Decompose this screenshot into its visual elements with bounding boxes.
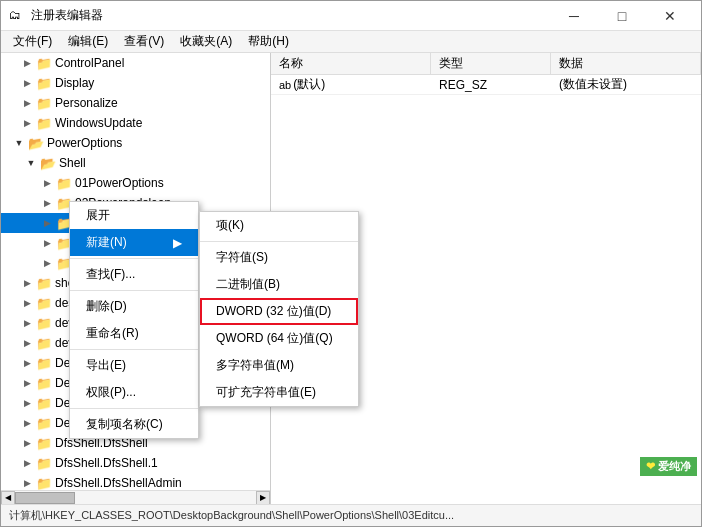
expand-arrow: ▶ <box>41 217 53 229</box>
watermark-text: ❤ 爱纯净 <box>640 457 697 476</box>
submenu-item-dword[interactable]: DWORD (32 位)值(D) <box>200 298 358 325</box>
ctx-new[interactable]: 新建(N) ▶ <box>70 229 198 256</box>
menu-favorites[interactable]: 收藏夹(A) <box>172 31 240 52</box>
registry-editor-window: 🗂 注册表编辑器 ─ □ ✕ 文件(F) 编辑(E) 查看(V) 收藏夹(A) … <box>0 0 702 527</box>
window-controls: ─ □ ✕ <box>551 1 693 31</box>
ctx-separator-3 <box>70 349 198 350</box>
tree-item-01poweroptions[interactable]: ▶ 📁 01PowerOptions <box>1 173 270 193</box>
folder-icon: 📁 <box>36 295 52 311</box>
submenu-item-multistring[interactable]: 多字符串值(M) <box>200 352 358 379</box>
folder-icon: 📁 <box>36 55 52 71</box>
ctx-export[interactable]: 导出(E) <box>70 352 198 379</box>
title-bar: 🗂 注册表编辑器 ─ □ ✕ <box>1 1 701 31</box>
tree-item-dfsshell1[interactable]: ▶ 📁 DfsShell.DfsShell.1 <box>1 453 270 473</box>
expand-arrow: ▶ <box>41 177 53 189</box>
folder-icon: 📁 <box>36 275 52 291</box>
folder-icon: 📂 <box>28 135 44 151</box>
tree-hscroll[interactable]: ◀ ▶ <box>1 490 270 504</box>
expand-arrow: ▶ <box>21 337 33 349</box>
col-header-data: 数据 <box>551 53 701 74</box>
tree-item-shell[interactable]: ▼ 📂 Shell <box>1 153 270 173</box>
ctx-new-label: 新建(N) <box>86 234 127 251</box>
expand-arrow: ▶ <box>21 357 33 369</box>
menu-help[interactable]: 帮助(H) <box>240 31 297 52</box>
maximize-button[interactable]: □ <box>599 1 645 31</box>
status-text: 计算机\HKEY_CLASSES_ROOT\DesktopBackground\… <box>9 508 454 523</box>
expand-arrow: ▶ <box>41 257 53 269</box>
expand-arrow: ▶ <box>21 97 33 109</box>
data-row-default[interactable]: ab (默认) REG_SZ (数值未设置) <box>271 75 701 95</box>
window-title: 注册表编辑器 <box>31 7 551 24</box>
scroll-left-btn[interactable]: ◀ <box>1 491 15 505</box>
menu-view[interactable]: 查看(V) <box>116 31 172 52</box>
folder-icon: 📂 <box>40 155 56 171</box>
scroll-right-btn[interactable]: ▶ <box>256 491 270 505</box>
submenu-item-string[interactable]: 字符值(S) <box>200 244 358 271</box>
tree-item-poweroptions[interactable]: ▼ 📂 PowerOptions <box>1 133 270 153</box>
ctx-expand-label: 展开 <box>86 207 110 224</box>
submenu-item-qword[interactable]: QWORD (64 位)值(Q) <box>200 325 358 352</box>
tree-item-personalize[interactable]: ▶ 📁 Personalize <box>1 93 270 113</box>
watermark-icon: ❤ <box>646 460 655 472</box>
expand-arrow: ▶ <box>21 277 33 289</box>
submenu-item-expandstring[interactable]: 可扩充字符串值(E) <box>200 379 358 406</box>
tree-item-label: Display <box>55 76 94 90</box>
ctx-delete[interactable]: 删除(D) <box>70 293 198 320</box>
menu-file[interactable]: 文件(F) <box>5 31 60 52</box>
ctx-separator-4 <box>70 408 198 409</box>
ctx-permissions-label: 权限(P)... <box>86 384 136 401</box>
folder-icon: 📁 <box>36 475 52 491</box>
tree-item-label: DfsShell.DfsShellAdmin <box>55 476 182 490</box>
minimize-button[interactable]: ─ <box>551 1 597 31</box>
folder-icon: 📁 <box>36 335 52 351</box>
data-cell-type: REG_SZ <box>431 75 551 94</box>
expand-arrow: ▶ <box>41 197 53 209</box>
ctx-expand[interactable]: 展开 <box>70 202 198 229</box>
folder-icon: 📁 <box>36 415 52 431</box>
folder-icon: 📁 <box>36 95 52 111</box>
ctx-find[interactable]: 查找(F)... <box>70 261 198 288</box>
expand-arrow: ▶ <box>21 377 33 389</box>
expand-arrow: ▶ <box>21 77 33 89</box>
ctx-new-arrow: ▶ <box>173 236 182 250</box>
folder-icon: 📁 <box>36 455 52 471</box>
context-menu: 展开 新建(N) ▶ 查找(F)... 删除(D) 重命名(R) 导出(E) <box>69 201 199 439</box>
tree-item-display[interactable]: ▶ 📁 Display <box>1 73 270 93</box>
close-button[interactable]: ✕ <box>647 1 693 31</box>
submenu-item-binary[interactable]: 二进制值(B) <box>200 271 358 298</box>
tree-item-label: WindowsUpdate <box>55 116 142 130</box>
data-cell-name: ab (默认) <box>271 75 431 94</box>
submenu-item-xiang[interactable]: 项(K) <box>200 212 358 239</box>
menu-bar: 文件(F) 编辑(E) 查看(V) 收藏夹(A) 帮助(H) <box>1 31 701 53</box>
folder-icon: 📁 <box>36 315 52 331</box>
expand-arrow: ▶ <box>21 57 33 69</box>
expand-arrow: ▶ <box>21 117 33 129</box>
tree-item-controlpanel[interactable]: ▶ 📁 ControlPanel <box>1 53 270 73</box>
submenu-separator <box>200 241 358 242</box>
main-area: ▶ 📁 ControlPanel ▶ 📁 Display ▶ 📁 Persona… <box>1 53 701 504</box>
col-header-type: 类型 <box>431 53 551 74</box>
folder-icon: 📁 <box>36 75 52 91</box>
tree-item-label: Personalize <box>55 96 118 110</box>
data-cell-data: (数值未设置) <box>551 75 701 94</box>
folder-icon: 📁 <box>36 395 52 411</box>
menu-edit[interactable]: 编辑(E) <box>60 31 116 52</box>
ctx-copy-name[interactable]: 复制项名称(C) <box>70 411 198 438</box>
watermark-label: 爱纯净 <box>658 460 691 472</box>
ctx-separator-2 <box>70 290 198 291</box>
expand-arrow: ▶ <box>21 317 33 329</box>
expand-arrow: ▶ <box>21 477 33 489</box>
tree-item-label: 01PowerOptions <box>75 176 164 190</box>
col-header-name: 名称 <box>271 53 431 74</box>
app-icon: 🗂 <box>9 8 25 24</box>
tree-item-label: DfsShell.DfsShell.1 <box>55 456 158 470</box>
ctx-permissions[interactable]: 权限(P)... <box>70 379 198 406</box>
tree-item-windowsupdate[interactable]: ▶ 📁 WindowsUpdate <box>1 113 270 133</box>
value-icon: ab <box>279 79 291 91</box>
expand-arrow: ▶ <box>21 457 33 469</box>
folder-icon: 📁 <box>36 435 52 451</box>
watermark: ❤ 爱纯净 <box>640 457 697 476</box>
tree-item-label: ControlPanel <box>55 56 124 70</box>
ctx-rename[interactable]: 重命名(R) <box>70 320 198 347</box>
scroll-thumb[interactable] <box>15 492 75 504</box>
